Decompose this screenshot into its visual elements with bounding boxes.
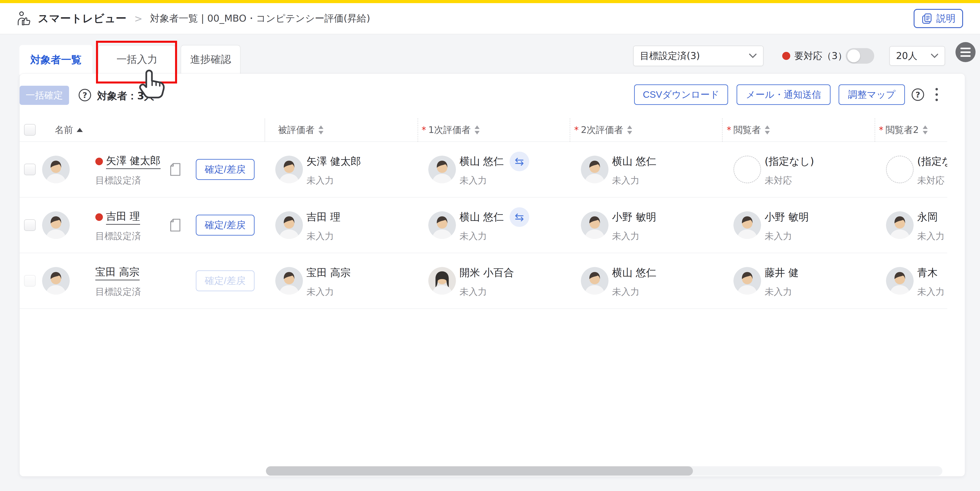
mail-notify-button[interactable]: メール・通知送信 [737, 84, 830, 105]
tab-bulk-input-label: 一括入力 [116, 52, 158, 66]
evaluator-name: 藤井 健 [765, 266, 799, 280]
floating-menu-button[interactable] [956, 42, 975, 62]
evaluator-status-label: 未入力 [307, 230, 340, 242]
scrollbar-thumb[interactable] [266, 466, 693, 476]
column-header-6[interactable]: *閲覧者2 [879, 124, 929, 136]
adjust-map-button[interactable]: 調整マップ [838, 84, 905, 105]
target-person-block: 宝田 高宗目標設定済 [95, 265, 141, 298]
chevron-down-icon [749, 54, 757, 58]
evaluator-name: 青木 [917, 266, 938, 280]
evaluator-cell: 小野 敏明未入力 [612, 209, 656, 242]
confirm-return-button: 確定/差戻 [196, 270, 255, 291]
page-size-value: 20人 [896, 50, 917, 62]
column-header-4[interactable]: *2次評価者 [574, 124, 633, 136]
evaluator-name: 開米 小百合 [460, 266, 514, 280]
column-header-1[interactable]: 名前 [55, 124, 83, 136]
evaluator-cell: 横山 悠仁未入力 [612, 265, 656, 298]
breadcrumb-separator-icon: > [134, 13, 143, 24]
tab-bulk-input[interactable]: 一括入力 [98, 45, 176, 73]
target-table: 名前被評価者*1次評価者*2次評価者*閲覧者*閲覧者2 矢澤 健太郎目標設定済確… [20, 118, 947, 477]
required-asterisk: * [574, 125, 579, 135]
evaluator-status-label: 未入力 [460, 230, 529, 242]
avatar [733, 267, 761, 295]
avatar [428, 267, 456, 295]
evaluator-name: 矢澤 健太郎 [307, 154, 361, 168]
csv-download-button[interactable]: CSVダウンロード [634, 84, 728, 105]
column-header-label: 2次評価者 [581, 124, 623, 136]
column-header-3[interactable]: *1次評価者 [422, 124, 480, 136]
evaluator-cell: 藤井 健未入力 [765, 265, 799, 298]
evaluator-cell: 横山 悠仁⇆未入力 [460, 209, 529, 242]
evaluator-name: 小野 敏明 [765, 210, 809, 224]
sort-icon[interactable] [626, 125, 633, 135]
swap-evaluator-icon[interactable]: ⇆ [510, 152, 529, 171]
evaluator-cell: 矢澤 健太郎未入力 [307, 153, 361, 187]
avatar-placeholder [733, 156, 761, 183]
evaluator-status-label: 未対応 [765, 174, 814, 187]
target-status-label: 目標設定済 [95, 286, 141, 298]
sort-icon[interactable] [764, 125, 771, 135]
target-person-block: 吉田 理目標設定済 [95, 209, 141, 242]
row-checkbox[interactable] [24, 164, 36, 175]
horizontal-scrollbar[interactable] [266, 466, 942, 476]
evaluator-name: 小野 敏明 [612, 210, 656, 224]
column-header-2[interactable]: 被評価者 [278, 124, 324, 136]
avatar [581, 211, 608, 239]
sort-ascending-icon[interactable] [76, 127, 83, 133]
avatar [275, 211, 303, 239]
evaluator-cell: 吉田 理未入力 [307, 209, 340, 242]
required-asterisk: * [879, 125, 883, 135]
sort-icon[interactable] [922, 125, 929, 135]
page-size-select[interactable]: 20人 [889, 46, 945, 66]
evaluator-cell: 青木未入力 [917, 265, 945, 298]
target-name-link[interactable]: 矢澤 健太郎 [106, 154, 161, 169]
target-name-link[interactable]: 吉田 理 [106, 210, 140, 225]
document-icon[interactable] [170, 219, 180, 232]
table-row: 矢澤 健太郎目標設定済確定/差戻矢澤 健太郎未入力横山 悠仁⇆未入力横山 悠仁未… [20, 142, 947, 197]
target-list-card: 一括確定 ? 対象者：3人 CSVダウンロード メール・通知送信 調整マップ ?… [19, 73, 965, 477]
evaluator-status-label: 未入力 [307, 174, 361, 187]
breadcrumb: 対象者一覧 | 00_MBO・コンピテンシー評価(昇給) [150, 12, 370, 25]
status-filter-select[interactable]: 目標設定済(3) [633, 46, 764, 66]
confirm-return-button[interactable]: 確定/差戻 [196, 215, 255, 235]
swap-evaluator-icon[interactable]: ⇆ [510, 207, 529, 227]
evaluator-name: (指定なし) [917, 154, 947, 168]
evaluator-status-label: 未入力 [460, 174, 529, 187]
evaluator-status-label: 未入力 [612, 174, 656, 187]
table-row: 宝田 高宗目標設定済確定/差戻宝田 高宗未入力開米 小百合未入力横山 悠仁未入力… [20, 253, 947, 309]
evaluator-cell: 開米 小百合未入力 [460, 265, 514, 298]
evaluator-status-label: 未入力 [917, 286, 945, 298]
toolbar-help-icon[interactable]: ? [912, 88, 924, 101]
help-button[interactable]: 説明 [914, 9, 963, 28]
select-all-checkbox[interactable] [24, 124, 36, 136]
column-header-label: 名前 [55, 124, 73, 136]
app-header: スマートレビュー > 対象者一覧 | 00_MBO・コンピテンシー評価(昇給) … [0, 3, 980, 34]
attention-toggle[interactable] [846, 48, 874, 64]
document-icon[interactable] [170, 163, 180, 177]
confirm-return-button[interactable]: 確定/差戻 [196, 159, 255, 180]
evaluator-status-label: 未入力 [612, 230, 656, 242]
tab-progress-check-label: 進捗確認 [190, 52, 231, 66]
column-header-label: 1次評価者 [428, 124, 471, 136]
tab-target-list[interactable]: 対象者一覧 [19, 45, 92, 75]
target-name-link[interactable]: 宝田 高宗 [95, 265, 140, 280]
target-status-label: 目標設定済 [95, 174, 161, 187]
bulk-confirm-help-icon[interactable]: ? [79, 89, 91, 101]
sort-icon[interactable] [474, 125, 480, 135]
app-title: スマートレビュー [38, 11, 127, 25]
evaluator-name: 横山 悠仁 [460, 154, 504, 168]
more-options-button[interactable] [935, 88, 939, 101]
avatar [886, 267, 914, 295]
attention-dot-icon [782, 52, 790, 60]
avatar [581, 156, 608, 183]
tab-progress-check[interactable]: 進捗確認 [181, 45, 240, 73]
sort-icon[interactable] [318, 125, 324, 135]
evaluator-cell: (指定なし)未対応 [765, 153, 814, 187]
column-header-5[interactable]: *閲覧者 [727, 124, 771, 136]
column-header-label: 閲覧者 [733, 124, 761, 136]
avatar [42, 156, 70, 183]
required-asterisk: * [422, 125, 426, 135]
chevron-down-icon [931, 54, 939, 58]
bulk-confirm-button[interactable]: 一括確定 [20, 86, 69, 105]
row-checkbox[interactable] [24, 219, 36, 231]
